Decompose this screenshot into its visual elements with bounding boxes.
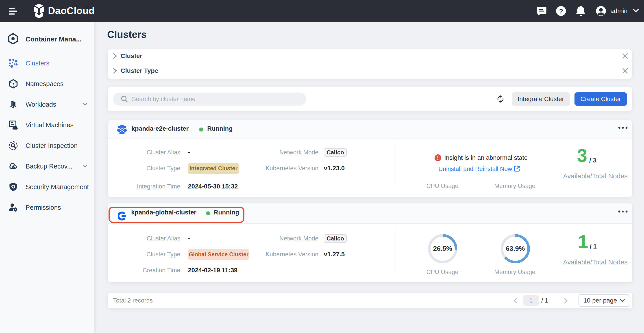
- svg-text:?: ?: [559, 7, 563, 15]
- svg-text:26.5%: 26.5%: [433, 245, 452, 252]
- svg-text:63.9%: 63.9%: [506, 245, 525, 252]
